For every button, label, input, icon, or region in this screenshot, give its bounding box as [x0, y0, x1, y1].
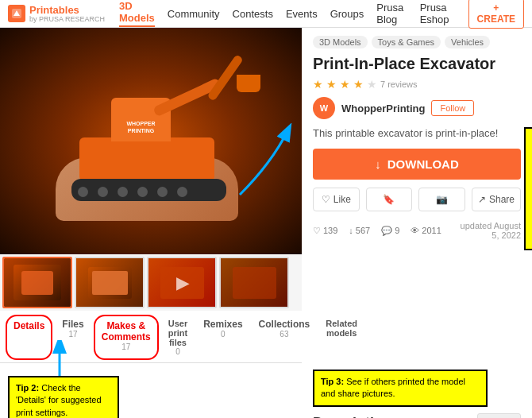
thumbnail-3[interactable]: ▶	[147, 257, 217, 308]
description-header: Description ↓ PDF	[313, 413, 521, 418]
comments-icon: 💬	[381, 226, 392, 236]
star-3: ★	[340, 78, 350, 91]
nav-events[interactable]: Events	[286, 8, 318, 20]
tab-remixes[interactable]: Remixes 0	[195, 312, 250, 362]
nav-3dmodels[interactable]: 3D Models	[119, 0, 155, 27]
tabs-row: Details Files 17 Makes & Comments 17 Use…	[0, 312, 302, 363]
nav-community[interactable]: Community	[168, 8, 220, 20]
like-label: Like	[333, 194, 351, 205]
image-wrapper: WHOPPERPRINTING	[0, 28, 302, 311]
downloads-count: 567	[356, 226, 370, 235]
avatar: W	[313, 97, 335, 119]
heart-icon: ♡	[322, 194, 330, 205]
right-column: 3D Models Toys & Games Vehicles Print-In…	[302, 28, 532, 363]
lower-right: Tip 3: See if others printed the model a…	[302, 363, 532, 418]
nav-contests[interactable]: Contests	[233, 8, 273, 20]
comments-count: 9	[395, 226, 399, 235]
breadcrumb-vehicles[interactable]: Vehicles	[445, 36, 490, 48]
logo-icon	[8, 5, 25, 22]
nav-prusa-eshop[interactable]: Prusa Eshop	[420, 2, 456, 25]
updated-date: updated August 5, 2022	[453, 221, 521, 240]
download-icon: ↓	[375, 157, 381, 171]
left-column: WHOPPERPRINTING	[0, 28, 302, 363]
camera-button[interactable]: 📷	[418, 188, 465, 211]
product-tagline: This printable excavator is print-in-pla…	[313, 127, 521, 139]
download-button[interactable]: ↓ DOWNLOAD	[313, 149, 521, 180]
camera-icon: 📷	[436, 194, 448, 205]
main-content: WHOPPERPRINTING	[0, 28, 532, 363]
nav-prusa-blog[interactable]: Prusa Blog	[376, 2, 407, 25]
thumbnail-strip: ▶	[0, 254, 302, 311]
stat-comments: 💬 9	[381, 221, 399, 240]
reviews-count: 7 reviews	[380, 79, 417, 89]
download-label: DOWNLOAD	[387, 157, 459, 171]
thumbnail-4[interactable]	[219, 257, 289, 308]
main-nav: 3D Models Community Contests Events Grou…	[119, 0, 524, 29]
share-label: Share	[489, 194, 515, 205]
tab-user-print-files[interactable]: User print files 0	[160, 312, 195, 362]
nav-groups[interactable]: Groups	[330, 8, 364, 20]
stats-row: ♡ 139 ↓ 567 💬 9 👁 2011 updated August 5,…	[313, 221, 521, 240]
breadcrumb-3dmodels[interactable]: 3D Models	[313, 36, 368, 48]
stat-likes: ♡ 139	[313, 221, 337, 240]
rating-stars: ★ ★ ★ ★ ★ 7 reviews	[313, 78, 521, 91]
like-button[interactable]: ♡ Like	[313, 188, 360, 211]
logo[interactable]: Printables by PRUSA RESEARCH	[8, 4, 105, 23]
create-area: + CREATE	[468, 0, 524, 29]
lower-section: Tip 2: Check the 'Details' for suggested…	[0, 363, 532, 418]
tab-details[interactable]: Details	[6, 315, 52, 360]
pdf-button[interactable]: ↓ PDF	[477, 413, 521, 418]
author-row: W WhopperPrinting Follow	[313, 97, 521, 119]
action-row: ♡ Like 🔖 📷 ↗ Share	[313, 188, 521, 211]
description-title: Description	[313, 415, 391, 418]
star-1: ★	[313, 78, 323, 91]
bookmark-button[interactable]: 🔖	[366, 188, 413, 211]
views-icon: 👁	[411, 226, 419, 235]
breadcrumb-toys[interactable]: Toys & Games	[372, 36, 441, 48]
author-name[interactable]: WhopperPrinting	[341, 103, 425, 114]
thumbnail-2[interactable]	[75, 257, 145, 308]
tip-2-box: Tip 2: Check the 'Details' for suggested…	[8, 376, 119, 418]
follow-button[interactable]: Follow	[431, 100, 474, 116]
share-button[interactable]: ↗ Share	[472, 188, 521, 211]
bookmark-icon: 🔖	[383, 194, 395, 205]
star-4: ★	[353, 78, 364, 91]
tip-1-box: Tip 1: Make sure the creator uploaded a …	[524, 127, 532, 250]
star-2: ★	[326, 78, 337, 91]
tip-3-box: Tip 3: See if others printed the model a…	[313, 370, 488, 407]
stat-views: 👁 2011	[411, 221, 441, 240]
share-icon: ↗	[478, 194, 486, 205]
downloads-icon: ↓	[349, 226, 353, 235]
main-product-image[interactable]: WHOPPERPRINTING	[0, 28, 302, 254]
create-button[interactable]: + CREATE	[468, 0, 524, 29]
thumbnail-1[interactable]	[2, 257, 72, 308]
likes-count: 139	[323, 226, 337, 235]
header: Printables by PRUSA RESEARCH 3D Models C…	[0, 0, 532, 28]
logo-text: Printables by PRUSA RESEARCH	[29, 4, 105, 23]
breadcrumbs: 3D Models Toys & Games Vehicles	[313, 36, 521, 48]
stat-downloads: ↓ 567	[349, 221, 370, 240]
lower-left: Tip 2: Check the 'Details' for suggested…	[0, 363, 302, 418]
product-title: Print-In-Place Excavator	[313, 55, 521, 73]
blue-arrow-tip2	[48, 340, 71, 380]
views-count: 2011	[422, 226, 441, 235]
likes-icon: ♡	[313, 226, 321, 236]
tab-makes-comments[interactable]: Makes & Comments 17	[94, 315, 159, 360]
star-5: ★	[367, 78, 377, 91]
